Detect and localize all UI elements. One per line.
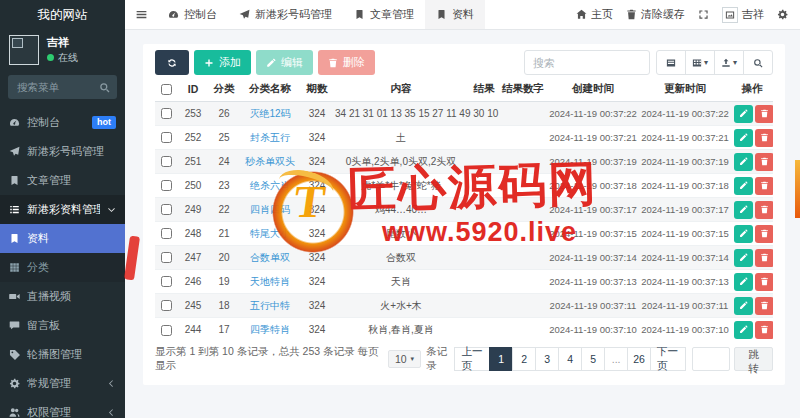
category-name-link[interactable]: 绝杀六肖 (250, 180, 290, 191)
settings-button[interactable] (777, 9, 788, 20)
category-name-link[interactable]: 封杀五行 (250, 132, 290, 143)
category-name-link[interactable]: 灭绝12码 (249, 108, 290, 119)
delete-row-button[interactable] (755, 297, 773, 315)
add-button[interactable]: 添加 (194, 50, 251, 75)
edit-button[interactable]: 编辑 (256, 50, 313, 75)
row-id: 249 (177, 198, 209, 222)
column-header: 结果数字 (499, 77, 547, 102)
delete-row-button[interactable] (755, 129, 773, 147)
page-button-2[interactable]: 2 (512, 347, 536, 371)
edit-row-button[interactable] (734, 129, 753, 147)
category-name-link[interactable]: 四肖四码 (250, 204, 290, 215)
page-jump-input[interactable] (692, 347, 730, 371)
prev-page-button[interactable]: 上一页 (454, 347, 490, 371)
next-page-button[interactable]: 下一页 (650, 347, 686, 371)
sidebar-item-category[interactable]: 分类 (0, 253, 125, 282)
delete-row-button[interactable] (755, 225, 773, 243)
edit-row-button[interactable] (734, 225, 753, 243)
edit-row-button[interactable] (734, 105, 753, 123)
delete-row-button[interactable] (755, 177, 773, 195)
column-header: 分类名称 (239, 77, 301, 102)
search-toggle-button[interactable] (743, 50, 773, 75)
page-ellipsis[interactable]: ... (604, 347, 628, 371)
result-number (499, 102, 547, 126)
row-checkbox[interactable] (161, 276, 172, 287)
columns-button[interactable]: ▾ (685, 50, 715, 75)
category-name-link[interactable]: 特尾大小 (250, 228, 290, 239)
page-size-select[interactable]: 10▾ (388, 350, 421, 368)
sidebar-item-number-management[interactable]: 新港彩号码管理 (0, 137, 125, 166)
sidebar-item-live-video[interactable]: 直播视频 (0, 282, 125, 311)
content: 天肖 (333, 270, 469, 294)
table-row: 24619天地特肖324天肖2024-11-19 00:37:132024-11… (155, 270, 773, 294)
page-button-4[interactable]: 4 (558, 347, 582, 371)
category-name-link[interactable]: 五行中特 (250, 300, 290, 311)
delete-row-button[interactable] (755, 201, 773, 219)
clear-cache-button[interactable]: 清除缓存 (626, 7, 685, 22)
export-button[interactable]: ▾ (714, 50, 744, 75)
sidebar-item-message-board[interactable]: 留言板 (0, 311, 125, 340)
page-button-3[interactable]: 3 (535, 347, 559, 371)
sidebar-item-data[interactable]: 资料 (0, 224, 125, 253)
edit-row-button[interactable] (734, 321, 753, 339)
user-menu[interactable]: 吉祥 (722, 7, 764, 23)
delete-row-button[interactable] (755, 105, 773, 123)
sidebar-item-carousel-management[interactable]: 轮播图管理 (0, 340, 125, 369)
content: 鸡44…40… (333, 198, 469, 222)
edit-row-button[interactable] (734, 153, 753, 171)
cog-icon (9, 378, 20, 389)
sidebar-search-input[interactable] (15, 80, 94, 94)
tab-console[interactable]: 控制台 (157, 0, 228, 29)
category-name-link[interactable]: 天地特肖 (250, 276, 290, 287)
row-checkbox[interactable] (161, 180, 172, 191)
delete-row-button[interactable] (755, 249, 773, 267)
sidebar-item-general-management[interactable]: 常规管理 (0, 369, 125, 398)
sidebar-item-article-management[interactable]: 文章管理 (0, 166, 125, 195)
tab-data[interactable]: 资料 (425, 0, 485, 29)
row-checkbox[interactable] (161, 156, 172, 167)
row-checkbox[interactable] (161, 252, 172, 263)
category-name-link[interactable]: 合数单双 (250, 252, 290, 263)
created-time: 2024-11-19 00:37:11 (547, 294, 639, 318)
edit-row-button[interactable] (734, 297, 753, 315)
category-name-link[interactable]: 秒杀单双头 (245, 156, 295, 167)
row-actions (731, 174, 773, 198)
page-button-5[interactable]: 5 (581, 347, 605, 371)
category-name-link[interactable]: 四季特肖 (250, 324, 290, 335)
delete-row-button[interactable] (755, 153, 773, 171)
edit-row-button[interactable] (734, 201, 753, 219)
edit-row-button[interactable] (734, 177, 753, 195)
row-checkbox[interactable] (161, 325, 172, 336)
row-checkbox[interactable] (161, 300, 172, 311)
table-header-row: ID分类分类名称期数内容结果结果数字创建时间更新时间操作 (155, 77, 773, 102)
fullscreen-button[interactable] (698, 9, 709, 20)
tab-article-management[interactable]: 文章管理 (343, 0, 425, 29)
page-jump-button[interactable]: 跳转 (734, 347, 773, 371)
edit-row-button[interactable] (734, 249, 753, 267)
toggle-view-button[interactable] (656, 50, 686, 75)
home-link[interactable]: 主页 (576, 7, 613, 22)
edit-row-button[interactable] (734, 273, 753, 291)
chevron-down-icon (107, 205, 116, 214)
content: 34 21 31 01 13 35 15 27 11 49 30 10 (333, 102, 469, 126)
comment-icon (9, 320, 20, 331)
delete-row-button[interactable] (755, 273, 773, 291)
tab-number-management[interactable]: 新港彩号码管理 (228, 0, 343, 29)
sidebar-item-permission-management[interactable]: 权限管理 (0, 398, 125, 418)
refresh-button[interactable] (155, 50, 189, 75)
delete-row-button[interactable] (755, 321, 773, 339)
row-checkbox[interactable] (161, 108, 172, 119)
select-all-checkbox[interactable] (161, 84, 172, 95)
table-search-input[interactable] (524, 50, 650, 75)
sidebar-toggle-button[interactable] (125, 0, 157, 29)
sidebar-item-data-management[interactable]: 新港彩资料管理 (0, 195, 125, 224)
sidebar-item-console[interactable]: 控制台hot (0, 108, 125, 137)
row-checkbox[interactable] (161, 204, 172, 215)
page-button-26[interactable]: 26 (627, 347, 651, 371)
select-all-header (155, 77, 177, 102)
row-checkbox[interactable] (161, 228, 172, 239)
row-checkbox[interactable] (161, 132, 172, 143)
delete-button[interactable]: 删除 (318, 50, 375, 75)
plus-icon (204, 58, 214, 68)
page-button-1[interactable]: 1 (489, 347, 513, 371)
